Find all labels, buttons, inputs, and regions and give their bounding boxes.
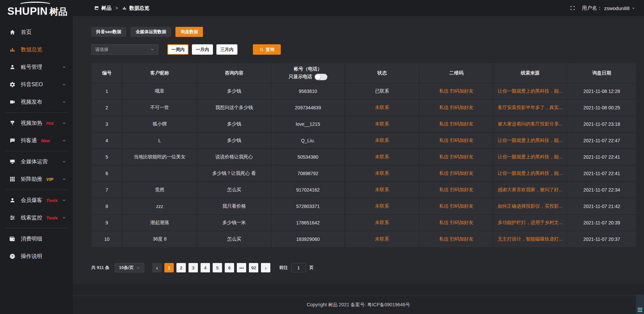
goto-label: 前往 [279, 265, 288, 271]
page-button-2[interactable]: 2 [176, 263, 186, 272]
chevron-down-icon [62, 177, 66, 181]
sidebar-item-instructions[interactable]: ? 操作说明 [0, 248, 73, 265]
cell-source-link[interactable]: 让你一眼就爱上的黑科技，能... [493, 83, 567, 100]
sidebar-item-label: 账号管理 [21, 64, 42, 71]
sidebar-item-label: 消费明细 [21, 235, 42, 243]
page-button-5[interactable]: 5 [213, 263, 222, 272]
page-button-1[interactable]: 1 [164, 263, 174, 272]
cell-no: 7 [92, 182, 122, 198]
breadcrumb-current: 数据总览 [129, 5, 149, 11]
search-button[interactable]: 查询 [253, 44, 281, 55]
sidebar-item-video-publish[interactable]: 视频发布 [0, 93, 73, 111]
tab-douyin-seo-data[interactable]: 抖音seo数据 [91, 27, 126, 37]
cell-content: 多少钱一米 [197, 215, 271, 231]
chevron-down-icon [62, 139, 66, 143]
account-select[interactable]: 请选择 [91, 44, 158, 55]
sidebar-item-label: 视频发布 [21, 99, 42, 106]
cell-qr-link[interactable]: 私信 扫码加好友 [420, 83, 493, 100]
footer: Copyright 树品 2021 备案号: 粤ICP备09019646号 [73, 296, 644, 314]
home-icon [9, 29, 15, 35]
prev-page-button[interactable]: ‹ [152, 263, 162, 272]
cell-account: 178651642 [271, 215, 345, 231]
breadcrumb: 树品 > 数据总览 [94, 5, 149, 11]
content-panel: 抖音seo数据 全媒体运营数据 询盘数据 请选择 一周内 一月内 三月内 查询 [73, 16, 644, 284]
goto-page-input[interactable] [291, 263, 306, 272]
tools-badge: Tools [46, 198, 58, 203]
tab-media-operations-data[interactable]: 全媒体运营数据 [130, 27, 171, 37]
cell-content: 多少钱 [197, 133, 271, 149]
cell-source-link[interactable]: 多功能护栏灯，适用于乡村文... [493, 215, 567, 231]
breadcrumb-separator: > [115, 5, 118, 11]
cell-qr-link[interactable]: 私信 扫码加好友 [420, 116, 493, 133]
cell-qr-link[interactable]: 私信 扫码加好友 [420, 182, 493, 198]
cell-status: 未联系 [345, 182, 420, 198]
header-no: 编号 [92, 63, 122, 83]
page-button-6[interactable]: 6 [225, 263, 234, 272]
cell-nickname: L [122, 133, 197, 149]
cell-qr-link[interactable]: 私信 扫码加好友 [420, 215, 493, 231]
breadcrumb-chart-icon [122, 6, 127, 10]
cell-source-link[interactable]: 客厅安装投影半年多了，真实... [493, 100, 567, 116]
cell-source-link[interactable]: 让你一眼就爱上的黑科技，能... [493, 149, 567, 165]
sidebar-item-home[interactable]: 首页 [0, 23, 73, 41]
sidebar-item-lead-monitor[interactable]: 线索监控 Tools [0, 209, 73, 226]
page-button-3[interactable]: 3 [189, 263, 198, 272]
sidebar-menu: 首页 数据总览 账号管理 抖音SEO 视频发布 视频加热 Hot [0, 19, 73, 265]
sidebar-item-doukoutong[interactable]: 抖客通 New [0, 132, 73, 149]
chevron-down-icon [62, 121, 66, 125]
sidebar-item-data-overview[interactable]: 数据总览 [0, 41, 73, 58]
sidebar-item-douyin-seo[interactable]: 抖音SEO [0, 76, 73, 93]
period-quarter-button[interactable]: 三月内 [216, 44, 237, 55]
floating-widget[interactable] [636, 295, 644, 314]
cell-source-link[interactable]: 无主灯设计，智能磁吸轨道灯... [493, 231, 567, 248]
svg-text:?: ? [11, 254, 13, 258]
page-button-92[interactable]: 92 [249, 263, 258, 272]
sidebar-item-media-operations[interactable]: 全媒体运营 [0, 153, 73, 170]
cell-qr-link[interactable]: 私信 扫码加好友 [420, 133, 493, 149]
cell-status: 未联系 [345, 149, 420, 165]
username-value: zswodun88 [604, 5, 630, 11]
new-badge: New [41, 138, 50, 143]
sidebar-item-matrix-boost[interactable]: 矩阵助推 VIP [0, 170, 73, 188]
header-account-title: 帐号（电话） [294, 66, 322, 72]
page-button-4[interactable]: 4 [201, 263, 210, 272]
table-row: 1 哦章 多少钱 9583810 已联系 私信 扫码加好友 让你一眼就爱上的黑科… [92, 83, 637, 100]
sidebar-divider [5, 190, 67, 190]
page-ellipsis-button[interactable]: ••• [237, 263, 246, 272]
chevron-down-icon [62, 216, 66, 220]
cell-qr-link[interactable]: 私信 扫码加好友 [420, 198, 493, 215]
cell-source-link[interactable]: 如何正确选择投影仪，买投影... [493, 198, 567, 215]
cell-qr-link[interactable]: 私信 扫码加好友 [420, 231, 493, 248]
sidebar-item-account-management[interactable]: 账号管理 [0, 58, 73, 76]
cell-date: 2021-11-07 23:18 [567, 116, 637, 133]
chevron-down-icon [137, 266, 140, 270]
tab-inquiry-data[interactable]: 询盘数据 [175, 27, 203, 37]
cell-source-link[interactable]: 感谢大家喜欢我家，被问了好... [493, 182, 567, 198]
cell-no: 8 [92, 198, 122, 215]
page-size-select[interactable]: 10条/页 [115, 263, 144, 272]
sidebar-item-video-heat[interactable]: 视频加热 Hot [0, 114, 73, 132]
fullscreen-icon[interactable] [570, 5, 575, 11]
cell-source-link[interactable]: 被大家追着问的客厅投影分享... [493, 116, 567, 133]
breadcrumb-home[interactable]: 树品 [101, 5, 111, 11]
user-menu[interactable]: 用户名：zswodun88 [582, 5, 635, 11]
cell-content: 多少钱？让我死心 看 [197, 165, 271, 182]
sidebar-item-consumption-details[interactable]: 消费明细 [0, 230, 73, 248]
cell-qr-link[interactable]: 私信 扫码加好友 [420, 165, 493, 182]
cell-account: 70898792 [271, 165, 345, 182]
period-month-button[interactable]: 一月内 [192, 44, 213, 55]
period-week-button[interactable]: 一周内 [167, 44, 189, 55]
cell-source-link[interactable]: 让你一眼就爱上的黑科技，能... [493, 165, 567, 182]
sidebar-item-label: 矩阵助推 [21, 176, 42, 183]
cell-source-link[interactable]: 让你一眼就爱上的黑科技，能... [493, 133, 567, 149]
table-row: 9 潮起潮落 多少钱一米 178651642 未联系 私信 扫码加好友 多功能护… [92, 215, 637, 231]
next-page-button[interactable]: › [261, 263, 270, 272]
phone-only-toggle[interactable] [315, 74, 327, 80]
wallet-icon [9, 236, 15, 242]
sidebar-item-member-baoke[interactable]: 会员爆客 Tools [0, 192, 73, 209]
cell-qr-link[interactable]: 私信 扫码加好友 [420, 149, 493, 165]
chevron-down-icon [632, 6, 635, 10]
widget-stripe [638, 308, 642, 309]
cell-qr-link[interactable]: 私信 扫码加好友 [420, 100, 493, 116]
table-row: 7 觉然 怎么买 917024162 未联系 私信 扫码加好友 感谢大家喜欢我家… [92, 182, 637, 198]
